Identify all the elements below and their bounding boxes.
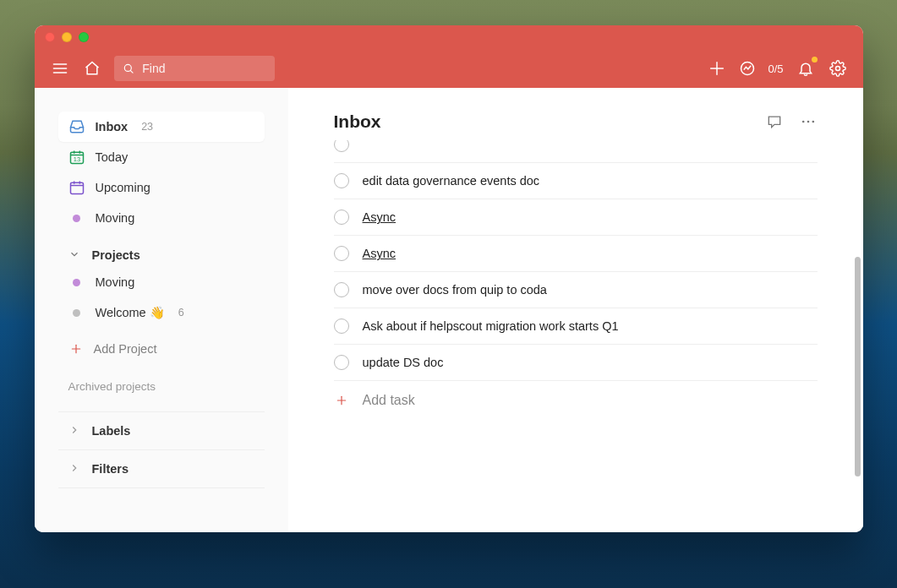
plus-icon <box>334 393 349 408</box>
svg-text:13: 13 <box>73 155 79 163</box>
sidebar-item-count: 23 <box>141 121 153 133</box>
more-options-icon[interactable] <box>799 112 818 131</box>
svg-line-4 <box>130 71 133 74</box>
today-icon: 13 <box>68 149 85 166</box>
archived-projects-label[interactable]: Archived projects <box>46 365 276 396</box>
svg-rect-14 <box>70 182 83 193</box>
window-titlebar <box>35 25 863 49</box>
upcoming-icon <box>68 179 85 196</box>
sidebar-project-welcome[interactable]: Welcome 👋 6 <box>58 297 265 328</box>
add-project-button[interactable]: Add Project <box>58 333 265 365</box>
task-checkbox[interactable] <box>334 246 349 261</box>
top-toolbar: 0/5 <box>35 49 863 88</box>
search-input[interactable] <box>142 62 265 75</box>
task-label: move over docs from quip to coda <box>363 283 547 297</box>
scrollbar-thumb[interactable] <box>855 257 861 476</box>
quick-add-icon[interactable] <box>707 58 727 79</box>
task-checkbox[interactable] <box>334 282 349 297</box>
window-minimize-button[interactable] <box>62 32 72 42</box>
search-field-wrapper[interactable] <box>114 56 275 81</box>
section-header-label: Projects <box>92 248 140 262</box>
task-row[interactable]: move over docs from quip to coda <box>334 272 818 308</box>
window-close-button[interactable] <box>45 32 55 42</box>
sidebar-favorite-moving[interactable]: Moving <box>58 203 265 233</box>
search-icon <box>123 62 134 75</box>
chevron-right-icon <box>68 424 82 438</box>
sidebar-section-projects[interactable]: Projects <box>58 240 265 267</box>
plus-icon <box>68 341 84 357</box>
task-checkbox[interactable] <box>334 355 349 370</box>
task-row[interactable]: edit data governance events doc <box>334 163 818 199</box>
sidebar-section-filters[interactable]: Filters <box>58 449 265 488</box>
task-list: edit data governance events docAsyncAsyn… <box>288 140 863 532</box>
svg-point-20 <box>801 121 804 123</box>
sidebar-project-moving[interactable]: Moving <box>58 267 265 297</box>
task-label: Ask about if helpscout migration work st… <box>363 319 619 333</box>
productivity-counter: 0/5 <box>768 63 783 75</box>
sidebar-item-label: Inbox <box>96 120 129 133</box>
sidebar-item-label: Moving <box>96 211 135 225</box>
task-label: Async <box>363 247 397 260</box>
productivity-icon[interactable] <box>739 58 756 79</box>
project-dot-icon <box>68 304 85 321</box>
sidebar-item-today[interactable]: 13 Today <box>58 142 265 172</box>
main-panel: Inbox edit data governance events docAsy… <box>288 88 863 532</box>
task-checkbox[interactable] <box>334 210 349 225</box>
project-dot-icon <box>68 274 85 291</box>
add-task-label: Add task <box>363 393 415 408</box>
task-label: edit data governance events doc <box>363 174 540 188</box>
sidebar: Inbox 23 13 Today Upcoming Moving <box>35 88 288 532</box>
sidebar-section-labels[interactable]: Labels <box>58 411 265 449</box>
page-title: Inbox <box>334 112 381 132</box>
sidebar-item-upcoming[interactable]: Upcoming <box>58 172 265 203</box>
add-project-label: Add Project <box>94 342 157 356</box>
section-header-label: Filters <box>92 462 129 476</box>
section-header-label: Labels <box>92 424 131 438</box>
chevron-right-icon <box>68 462 82 476</box>
inbox-icon <box>68 118 85 135</box>
task-row[interactable]: Async <box>334 236 818 272</box>
task-checkbox[interactable] <box>334 318 349 334</box>
app-window: 0/5 Inbox 23 13 Today <box>35 25 863 532</box>
menu-icon[interactable] <box>50 58 70 79</box>
app-body: Inbox 23 13 Today Upcoming Moving <box>35 88 863 532</box>
window-zoom-button[interactable] <box>79 32 89 42</box>
add-task-button[interactable]: Add task <box>334 381 818 420</box>
svg-point-8 <box>835 67 840 71</box>
task-checkbox[interactable] <box>334 140 349 152</box>
sidebar-item-inbox[interactable]: Inbox 23 <box>58 112 265 142</box>
task-row[interactable]: update DS doc <box>334 345 818 381</box>
comments-icon[interactable] <box>765 112 784 131</box>
chevron-down-icon <box>68 248 82 262</box>
sidebar-item-label: Upcoming <box>96 181 150 194</box>
task-row[interactable] <box>334 140 818 163</box>
svg-point-21 <box>807 121 809 123</box>
settings-icon[interactable] <box>828 58 848 79</box>
svg-point-22 <box>812 121 814 123</box>
sidebar-item-count: 6 <box>178 307 184 318</box>
task-label: Async <box>363 210 397 224</box>
notification-badge <box>812 57 818 63</box>
task-label: update DS doc <box>363 356 444 369</box>
task-row[interactable]: Async <box>334 199 818 236</box>
sidebar-item-label: Welcome 👋 <box>96 306 165 320</box>
project-dot-icon <box>68 210 85 226</box>
home-icon[interactable] <box>82 58 102 79</box>
main-header: Inbox <box>288 88 863 140</box>
task-row[interactable]: Ask about if helpscout migration work st… <box>334 308 818 345</box>
task-checkbox[interactable] <box>334 173 349 188</box>
sidebar-item-label: Today <box>96 150 129 164</box>
sidebar-item-label: Moving <box>96 275 135 289</box>
notifications-icon[interactable] <box>796 58 816 79</box>
